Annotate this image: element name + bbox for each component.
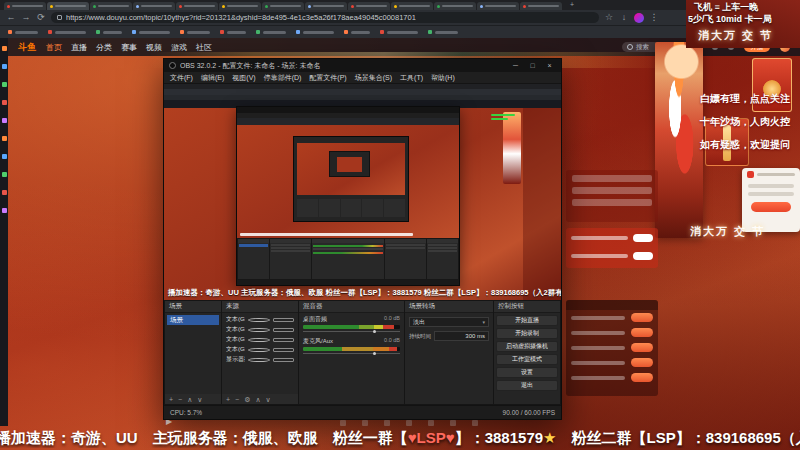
promo-card[interactable] <box>742 168 800 232</box>
menu-edit[interactable]: 编辑(E) <box>201 73 224 83</box>
rail-shortcut-icon[interactable] <box>2 118 7 123</box>
add-source-icon[interactable] <box>226 396 230 403</box>
browser-tab[interactable] <box>4 2 46 10</box>
browser-profile-avatar[interactable] <box>634 13 644 23</box>
source-up-icon[interactable] <box>255 396 260 403</box>
bookmark-item[interactable] <box>132 29 170 36</box>
player-control-icon[interactable] <box>362 420 368 426</box>
browser-tab[interactable] <box>262 2 304 10</box>
visibility-eye-icon[interactable] <box>248 318 269 322</box>
action-row[interactable] <box>566 230 658 246</box>
menu-tools[interactable]: 工具(T) <box>400 73 423 83</box>
scene-up-icon[interactable] <box>187 396 192 403</box>
visibility-eye-icon[interactable] <box>248 328 269 332</box>
browser-tab[interactable] <box>90 2 132 10</box>
browser-tab[interactable] <box>434 2 476 10</box>
browser-tab[interactable] <box>133 2 175 10</box>
remove-source-icon[interactable] <box>235 396 239 403</box>
bookmark-star-icon[interactable] <box>604 13 614 22</box>
duration-input[interactable]: 300 ms <box>434 331 489 341</box>
source-down-icon[interactable] <box>266 396 271 403</box>
action-row[interactable] <box>566 248 658 264</box>
close-button[interactable]: × <box>543 62 556 69</box>
start-streaming-button[interactable]: 开始直播 <box>496 315 558 326</box>
rail-shortcut-icon[interactable] <box>2 208 7 213</box>
source-row[interactable]: 文本(GDI+) 4 <box>224 315 296 324</box>
back-icon[interactable] <box>6 13 16 22</box>
studio-mode-button[interactable]: 工作室模式 <box>496 354 558 365</box>
task-row[interactable] <box>566 355 658 370</box>
visibility-eye-icon[interactable] <box>248 338 269 342</box>
start-recording-button[interactable]: 开始录制 <box>496 328 558 339</box>
remove-scene-icon[interactable] <box>178 396 182 403</box>
transition-select[interactable]: 淡出 <box>409 317 489 327</box>
lock-icon[interactable] <box>273 318 294 322</box>
download-icon[interactable] <box>619 13 629 22</box>
browser-tab[interactable] <box>176 2 218 10</box>
nav-games[interactable]: 游戏 <box>171 42 187 53</box>
nav-categories[interactable]: 分类 <box>96 42 112 53</box>
url-input[interactable]: https://www.douyu.com/topic/10ythys?rid=… <box>51 12 599 23</box>
source-properties-icon[interactable] <box>244 396 250 403</box>
visibility-eye-icon[interactable] <box>248 358 269 362</box>
browser-tab[interactable] <box>520 2 562 10</box>
menu-scene-collection[interactable]: 场景集合(S) <box>355 73 392 83</box>
volume-slider[interactable] <box>303 330 400 333</box>
settings-button[interactable]: 设置 <box>496 367 558 378</box>
bookmark-item[interactable] <box>296 29 334 36</box>
maximize-button[interactable]: □ <box>526 62 539 69</box>
bookmark-item[interactable] <box>344 29 370 36</box>
obs-titlebar[interactable]: OBS 32.0.2 - 配置文件: 未命名 - 场景: 未命名 ─ □ × <box>164 59 561 72</box>
nav-esports[interactable]: 赛事 <box>121 42 137 53</box>
scene-item-selected[interactable]: 场景 <box>167 315 219 325</box>
menu-view[interactable]: 视图(V) <box>232 73 255 83</box>
add-scene-icon[interactable] <box>169 396 173 403</box>
menu-help[interactable]: 帮助(H) <box>431 73 455 83</box>
browser-tab[interactable] <box>47 2 89 10</box>
reload-icon[interactable] <box>36 13 46 22</box>
browser-tab[interactable] <box>391 2 433 10</box>
rail-shortcut-icon[interactable] <box>2 82 7 87</box>
rail-shortcut-icon[interactable] <box>2 64 7 69</box>
rail-shortcut-icon[interactable] <box>2 190 7 195</box>
browser-tab[interactable] <box>348 2 390 10</box>
source-row[interactable]: 文本(GDI+) 3 <box>224 325 296 334</box>
nav-community[interactable]: 社区 <box>196 42 212 53</box>
browser-tab[interactable] <box>477 2 519 10</box>
visibility-eye-icon[interactable] <box>248 348 269 352</box>
nav-video[interactable]: 视频 <box>146 42 162 53</box>
source-row[interactable]: 显示器采集 <box>224 355 296 364</box>
douyu-logo[interactable]: 斗鱼 <box>18 41 36 54</box>
lock-icon[interactable] <box>273 328 294 332</box>
browser-menu-icon[interactable] <box>649 13 659 22</box>
rail-shortcut-icon[interactable] <box>2 46 7 51</box>
minimize-button[interactable]: ─ <box>509 62 522 69</box>
virtual-camera-button[interactable]: 启动虚拟摄像机 <box>496 341 558 352</box>
rail-shortcut-icon[interactable] <box>2 136 7 141</box>
player-control-icon[interactable] <box>428 420 434 426</box>
player-control-icon[interactable] <box>384 420 390 426</box>
nav-home[interactable]: 首页 <box>46 42 62 53</box>
source-row[interactable]: 文本(GDI+) 2 <box>224 335 296 344</box>
obs-preview[interactable]: 播加速器：奇游、UU 主玩服务器：俄服、欧服 粉丝一群【LSP】：3881579… <box>164 84 561 300</box>
menu-file[interactable]: 文件(F) <box>170 73 193 83</box>
player-control-icon[interactable] <box>450 420 456 426</box>
task-row[interactable] <box>566 310 658 325</box>
lock-icon[interactable] <box>273 338 294 342</box>
player-control-icon[interactable] <box>340 420 346 426</box>
menu-docks[interactable]: 停靠部件(D) <box>264 73 302 83</box>
task-row[interactable] <box>566 325 658 340</box>
player-control-icon[interactable] <box>406 420 412 426</box>
exit-button[interactable]: 退出 <box>496 380 558 391</box>
bookmark-item[interactable] <box>180 29 210 36</box>
new-tab-button[interactable] <box>566 1 578 9</box>
bookmark-item[interactable] <box>96 29 122 36</box>
promo-button[interactable] <box>751 202 791 212</box>
bookmark-item[interactable] <box>220 29 246 36</box>
bookmark-item[interactable] <box>380 29 418 36</box>
nav-live[interactable]: 直播 <box>71 42 87 53</box>
menu-profile[interactable]: 配置文件(P) <box>309 73 346 83</box>
volume-slider[interactable] <box>303 352 400 355</box>
bookmark-item[interactable] <box>428 29 458 36</box>
source-row[interactable]: 文本(GDI+) <box>224 345 296 354</box>
